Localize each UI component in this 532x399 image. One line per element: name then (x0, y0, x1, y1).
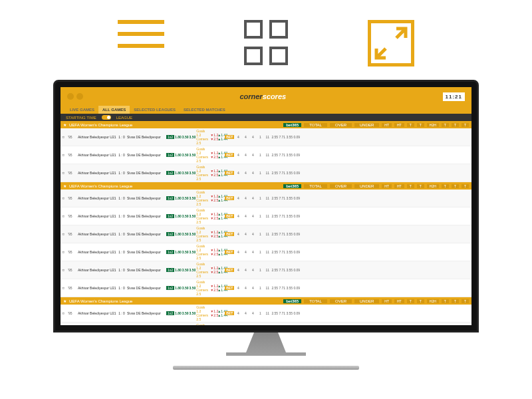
odd-x[interactable]: 3.50 (182, 171, 189, 175)
fav-icon[interactable]: ☆ (62, 311, 67, 315)
menu-icon[interactable] (118, 20, 164, 66)
match-time: '95 (68, 286, 77, 290)
odds-type[interactable]: 1x2 (166, 250, 174, 254)
facebook-icon[interactable] (67, 93, 74, 100)
odds-type[interactable]: 1x2 (166, 153, 174, 157)
match-row[interactable]: ☆'95Akhisar Belediyespor U211 : 0Sivas D… (61, 243, 471, 261)
fav-icon[interactable]: ☆ (62, 214, 67, 218)
odd-x[interactable]: 3.50 (182, 286, 189, 290)
bet-button[interactable]: BET (225, 135, 234, 139)
odd-1[interactable]: 1.80 (175, 153, 182, 157)
odd-2[interactable]: 3.50 (190, 250, 196, 254)
twitter-icon[interactable] (76, 93, 83, 100)
odds-type[interactable]: 1x2 (166, 268, 174, 272)
bet365-logo[interactable]: bet365 (283, 299, 301, 303)
social-icons[interactable] (67, 93, 83, 100)
stat-col: HT (394, 123, 404, 127)
fav-icon[interactable]: ☆ (62, 153, 67, 157)
fav-icon[interactable]: ☆ (62, 268, 67, 272)
odd-x[interactable]: 3.50 (182, 268, 189, 272)
bet365-logo[interactable]: bet365 (283, 184, 301, 188)
sort-toggle[interactable] (102, 115, 111, 120)
odd-1[interactable]: 1.80 (175, 268, 182, 272)
match-row[interactable]: ☆'95Akhisar Belediyespor U211 : 0Sivas D… (61, 305, 471, 323)
match-row[interactable]: ☆'95Akhisar Belediyespor U211 : 0Sivas D… (61, 164, 471, 182)
league-header[interactable]: ★UEFA Women's Champions Leaguebet365TOTA… (61, 121, 471, 128)
bet-button[interactable]: BET (225, 232, 234, 236)
odd-x[interactable]: 3.50 (182, 250, 189, 254)
odd-x[interactable]: 3.50 (182, 232, 189, 236)
odds-type[interactable]: 1x2 (166, 135, 174, 139)
bet-button[interactable]: BET (225, 171, 234, 175)
grid-icon[interactable] (244, 20, 288, 66)
odds-type[interactable]: 1x2 (166, 196, 174, 200)
tab-all-games[interactable]: ALL GAMES (98, 106, 130, 114)
odd-1[interactable]: 1.80 (175, 286, 182, 290)
odd-1[interactable]: 1.80 (175, 232, 182, 236)
star-icon[interactable]: ★ (63, 184, 66, 188)
odd-2[interactable]: 3.50 (190, 311, 196, 315)
odd-1[interactable]: 1.80 (175, 196, 182, 200)
home-team: Akhisar Belediyespor U21 (78, 268, 116, 272)
bet-button[interactable]: BET (225, 250, 234, 254)
home-team: Akhisar Belediyespor U21 (78, 135, 116, 139)
bet-button[interactable]: BET (225, 286, 234, 290)
fav-icon[interactable]: ☆ (62, 232, 67, 236)
match-row[interactable]: ☆'95Akhisar Belediyespor U211 : 0Sivas D… (61, 323, 471, 325)
match-row[interactable]: ☆'95Akhisar Belediyespor U211 : 0Sivas D… (61, 190, 471, 207)
odds-type[interactable]: 1x2 (166, 232, 174, 236)
match-row[interactable]: ☆'95Akhisar Belediyespor U211 : 0Sivas D… (61, 261, 471, 279)
stat-val: 7.71 (279, 135, 285, 139)
odd-2[interactable]: 3.50 (190, 232, 196, 236)
bet-button[interactable]: BET (225, 153, 234, 157)
odd-x[interactable]: 3.50 (182, 153, 189, 157)
bet-button[interactable]: BET (225, 196, 234, 200)
fav-icon[interactable]: ☆ (62, 286, 67, 290)
bet-button[interactable]: BET (225, 268, 234, 272)
odd-1[interactable]: 1.80 (175, 250, 182, 254)
tab-selected-leagues[interactable]: SELECTED LEAGUES (130, 106, 180, 114)
odds-type[interactable]: 1x2 (166, 214, 174, 218)
fav-icon[interactable]: ☆ (62, 171, 67, 175)
match-row[interactable]: ☆'95Akhisar Belediyespor U211 : 0Sivas D… (61, 128, 471, 146)
odd-2[interactable]: 3.50 (190, 268, 196, 272)
odd-2[interactable]: 3.50 (190, 214, 196, 218)
league-header[interactable]: ★UEFA Women's Champions Leaguebet365TOTA… (61, 297, 471, 305)
star-icon[interactable]: ★ (63, 299, 66, 303)
odd-1[interactable]: 1.80 (175, 171, 182, 175)
match-row[interactable]: ☆'95Akhisar Belediyespor U211 : 0Sivas D… (61, 146, 471, 164)
bet-button[interactable]: BET (225, 214, 234, 218)
odd-2[interactable]: 3.50 (190, 135, 196, 139)
odds-type[interactable]: 1x2 (166, 311, 174, 315)
star-icon[interactable]: ★ (63, 122, 66, 127)
fav-icon[interactable]: ☆ (62, 250, 67, 254)
match-row[interactable]: ☆'95Akhisar Belediyespor U211 : 0Sivas D… (61, 225, 471, 243)
tab-live-games[interactable]: LIVE GAMES (66, 106, 98, 114)
odd-x[interactable]: 3.50 (182, 135, 189, 139)
odd-2[interactable]: 3.50 (190, 153, 196, 157)
odd-1[interactable]: 1.80 (175, 214, 182, 218)
bet365-logo[interactable]: bet365 (283, 123, 301, 127)
odd-2[interactable]: 3.50 (190, 171, 196, 175)
stat-val: 7.71 (279, 286, 285, 290)
bet-button[interactable]: BET (225, 311, 234, 315)
odd-2[interactable]: 3.50 (190, 286, 196, 290)
odd-x[interactable]: 3.50 (182, 311, 189, 315)
odds-type[interactable]: 1x2 (166, 286, 174, 290)
odd-1[interactable]: 1.80 (175, 311, 182, 315)
home-team: Akhisar Belediyespor U21 (78, 311, 116, 315)
odd-2[interactable]: 3.50 (190, 196, 196, 200)
fav-icon[interactable]: ☆ (62, 135, 67, 139)
match-row[interactable]: ☆'95Akhisar Belediyespor U211 : 0Sivas D… (61, 207, 471, 225)
odds-type[interactable]: 1x2 (166, 171, 174, 175)
odd-x[interactable]: 3.50 (182, 196, 189, 200)
league-header[interactable]: ★UEFA Women's Champions Leaguebet365TOTA… (61, 182, 471, 190)
match-row[interactable]: ☆'95Akhisar Belediyespor U211 : 0Sivas D… (61, 279, 471, 297)
odd-x[interactable]: 3.50 (182, 214, 189, 218)
odd-1[interactable]: 1.80 (175, 135, 182, 139)
expand-icon[interactable] (368, 20, 414, 66)
stat-val: 4 (249, 311, 256, 315)
stat-val: 4 (235, 232, 241, 236)
fav-icon[interactable]: ☆ (62, 196, 67, 200)
tab-selected-matches[interactable]: SELECTED MATCHES (180, 106, 229, 114)
